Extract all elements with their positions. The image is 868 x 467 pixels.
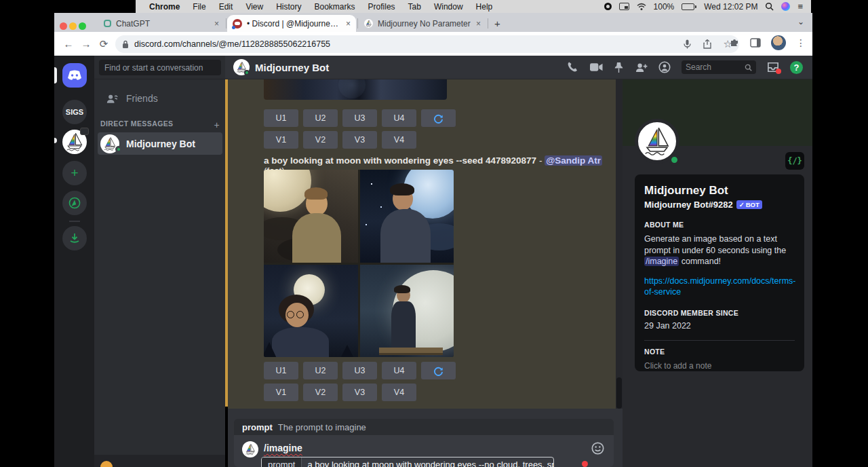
share-icon[interactable] <box>703 39 711 49</box>
menu-tab[interactable]: Tab <box>408 2 421 12</box>
slash-command-text[interactable]: /imagine <box>264 443 302 453</box>
dm-header-label[interactable]: DIRECT MESSAGES <box>100 119 174 130</box>
mic-icon[interactable] <box>684 39 691 49</box>
midjourney-image-grid[interactable] <box>264 170 454 357</box>
v1-button[interactable]: V1 <box>264 131 298 149</box>
bot-check-icon: ✓ <box>739 201 745 208</box>
terms-link[interactable]: https://docs.midjourney.com/docs/terms-o… <box>644 276 797 298</box>
v2-button[interactable]: V2 <box>303 384 338 401</box>
chat-title[interactable]: Midjourney Bot <box>255 62 329 73</box>
screen-record-icon[interactable] <box>604 3 612 10</box>
u3-button[interactable]: U3 <box>342 362 377 379</box>
tab-midjourney-no-parameter[interactable]: Midjourney No Parameter × <box>359 15 486 32</box>
pin-icon[interactable] <box>614 62 624 73</box>
prompt-option-field[interactable]: prompt a boy looking at moon with wonder… <box>261 457 554 467</box>
control-center-icon[interactable]: ≡ <box>797 1 803 12</box>
grid-image-3[interactable] <box>264 265 358 358</box>
about-imagine-highlight[interactable]: /imagine <box>644 257 679 266</box>
create-dm-icon[interactable]: + <box>214 119 220 130</box>
server-sigs[interactable]: SIGS <box>62 100 87 124</box>
v1-button[interactable]: V1 <box>264 384 298 401</box>
slash-option-header[interactable]: prompt The prompt to imagine <box>234 419 614 435</box>
video-call-icon[interactable] <box>590 62 603 72</box>
menu-window[interactable]: Window <box>434 2 463 12</box>
u3-button[interactable]: U3 <box>342 109 377 127</box>
tab-chatgpt[interactable]: ChatGPT × <box>98 15 224 32</box>
u1-button[interactable]: U1 <box>264 362 298 379</box>
chrome-menu-icon[interactable]: ⋮ <box>796 37 806 48</box>
download-apps-button[interactable] <box>62 226 87 250</box>
reading-list-icon[interactable] <box>750 38 761 48</box>
menu-bookmarks[interactable]: Bookmarks <box>315 2 355 12</box>
reload-button[interactable]: ⟳ <box>95 38 113 50</box>
command-bot-avatar <box>242 441 258 457</box>
back-button[interactable]: ← <box>60 38 77 50</box>
menubar-clock[interactable]: Wed 12:02 PM <box>704 2 757 12</box>
menu-help[interactable]: Help <box>476 2 493 12</box>
u1-button[interactable]: U1 <box>264 109 298 127</box>
tab-discord[interactable]: • Discord | @Midjourney Bot × <box>227 15 356 32</box>
message-composer[interactable]: /imagine prompt a boy looking at moon wi… <box>234 435 614 467</box>
note-input[interactable]: Click to add a note <box>644 361 795 371</box>
conversation-search-button[interactable]: Find or start a conversation <box>99 60 221 75</box>
minimize-window-button[interactable] <box>69 22 77 30</box>
previous-image-grid-partial[interactable] <box>264 79 447 100</box>
u4-button[interactable]: U4 <box>382 109 416 127</box>
window-manager-icon[interactable] <box>619 3 629 10</box>
battery-icon <box>682 3 696 10</box>
tab-close-icon[interactable]: × <box>476 19 481 29</box>
add-server-button[interactable]: + <box>62 161 87 185</box>
v4-button[interactable]: V4 <box>382 131 416 149</box>
u2-button[interactable]: U2 <box>303 109 338 127</box>
spotlight-search-icon[interactable] <box>765 2 774 11</box>
menu-edit[interactable]: Edit <box>219 2 233 12</box>
tab-overflow-chevron-icon[interactable]: ⌄ <box>797 17 804 26</box>
discord-home-button[interactable] <box>62 63 87 88</box>
u2-button[interactable]: U2 <box>303 362 338 379</box>
v3-button[interactable]: V3 <box>342 131 377 149</box>
menu-history[interactable]: History <box>276 2 301 12</box>
extensions-puzzle-icon[interactable] <box>729 37 740 48</box>
add-friend-icon[interactable] <box>635 62 648 73</box>
v3-button[interactable]: V3 <box>342 384 377 401</box>
close-window-button[interactable] <box>60 22 67 30</box>
sidebar-item-friends[interactable]: Friends <box>99 89 221 108</box>
dm-name: Midjourney Bot <box>126 138 195 149</box>
menu-app-name[interactable]: Chrome <box>149 2 180 12</box>
reroll-button[interactable] <box>421 362 456 379</box>
grid-image-4[interactable] <box>360 265 454 358</box>
new-tab-button[interactable]: + <box>494 18 500 29</box>
maximize-window-button[interactable] <box>79 22 86 30</box>
address-bar[interactable]: discord.com/channels/@me/112828885506221… <box>115 35 739 53</box>
inbox-button[interactable] <box>767 62 779 73</box>
v4-button[interactable]: V4 <box>382 384 416 401</box>
siri-icon[interactable] <box>781 2 790 11</box>
conversation-search-label: Find or start a conversation <box>104 63 203 73</box>
screenshot-root: Chrome File Edit View History Bookmarks … <box>0 0 868 467</box>
menu-profiles[interactable]: Profiles <box>368 2 395 12</box>
tab-close-icon[interactable]: × <box>214 19 219 29</box>
message-list[interactable]: U1 U2 U3 U4 V1 V2 V3 V4 a boy looking at… <box>228 79 616 409</box>
wifi-icon[interactable] <box>637 3 646 11</box>
tab-close-icon[interactable]: × <box>346 19 351 29</box>
chrome-profile-avatar[interactable] <box>771 35 786 50</box>
chat-search-input[interactable]: Search <box>682 60 756 74</box>
u4-button[interactable]: U4 <box>382 362 416 379</box>
server-badge-icon <box>80 128 89 135</box>
grid-image-2[interactable] <box>360 170 454 263</box>
user-profile-toggle-icon[interactable] <box>658 61 671 73</box>
user-mention[interactable]: @Sandip Atr <box>545 155 602 166</box>
menu-file[interactable]: File <box>193 2 205 12</box>
v2-button[interactable]: V2 <box>303 131 338 149</box>
chat-scrollbar-track[interactable] <box>616 79 623 409</box>
emoji-picker-icon[interactable] <box>591 442 604 455</box>
help-button[interactable]: ? <box>790 61 803 74</box>
chat-scrollbar-thumb[interactable] <box>616 377 622 409</box>
forward-button[interactable]: → <box>77 38 95 50</box>
reroll-button[interactable] <box>421 109 456 127</box>
menu-view[interactable]: View <box>245 2 263 12</box>
grid-image-1[interactable] <box>264 170 358 263</box>
voice-call-icon[interactable] <box>567 61 579 73</box>
explore-servers-button[interactable] <box>62 191 87 215</box>
prompt-field-value[interactable]: a boy looking at moon with wondering eye… <box>302 460 554 467</box>
